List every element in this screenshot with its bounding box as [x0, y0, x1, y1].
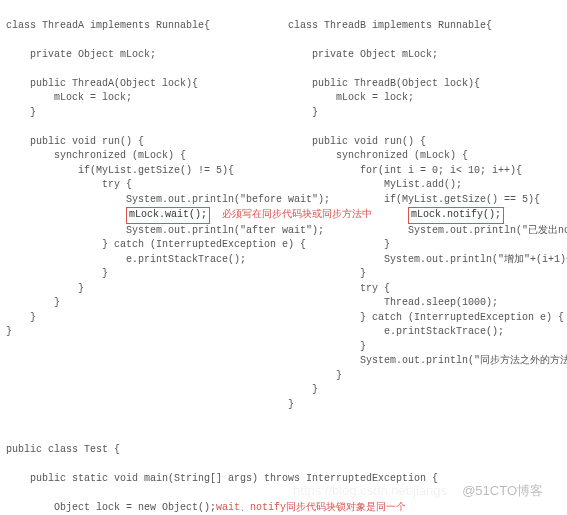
code-bottom-section: public class Test { public static void m…: [0, 429, 567, 516]
code-line: }: [288, 341, 366, 352]
watermark-faint: https://blog.csdn.net/jiangs: [293, 482, 447, 501]
code-line: synchronized (mLock) {: [6, 150, 186, 161]
code-line: }: [288, 268, 366, 279]
code-line: }: [288, 239, 390, 250]
code-line: public void run() {: [288, 136, 426, 147]
code-line: synchronized (mLock) {: [288, 150, 468, 161]
code-line: mLock = lock;: [288, 92, 414, 103]
code-line: System.out.println("同步方法之外的方法");: [288, 355, 567, 366]
code-line: System.out.println("before wait");: [6, 194, 330, 205]
code-line: System.out.println("已发出notify通知");: [288, 225, 567, 236]
code-line: }: [6, 297, 60, 308]
code-line: System.out.println("增加"+(i+1)+"条数据");: [288, 254, 567, 265]
code-line: } catch (InterruptedException e) {: [6, 239, 306, 250]
code-line: public ThreadA(Object lock){: [6, 78, 198, 89]
highlight-wait-call: mLock.wait();: [126, 207, 210, 224]
code-line: public void run() {: [6, 136, 144, 147]
code-column-left: class ThreadA implements Runnable{ priva…: [6, 4, 288, 427]
code-line: class ThreadA implements Runnable{: [6, 20, 210, 31]
code-line: e.printStackTrace();: [6, 254, 246, 265]
code-line: } catch (InterruptedException e) {: [288, 312, 564, 323]
code-line: }: [6, 326, 12, 337]
code-line: for(int i = 0; i< 10; i++){: [288, 165, 522, 176]
code-line: if(MyList.getSize() == 5){: [288, 194, 540, 205]
code-line: Object lock = new Object();: [6, 502, 216, 513]
code-line: public class Test {: [6, 444, 120, 455]
code-line: try {: [6, 179, 132, 190]
code-line: }: [6, 268, 108, 279]
code-line: }: [6, 107, 36, 118]
code-line: }: [288, 370, 342, 381]
code-column-right: class ThreadB implements Runnable{ priva…: [288, 4, 567, 427]
highlight-notify-call: mLock.notify();: [408, 207, 504, 224]
code-line: e.printStackTrace();: [288, 326, 504, 337]
code-line: public ThreadB(Object lock){: [288, 78, 480, 89]
code-line: }: [6, 312, 36, 323]
code-line: }: [6, 283, 84, 294]
code-line: System.out.println("after wait");: [6, 225, 324, 236]
annotation-lock: wait、notify同步代码块锁对象是同一个: [216, 502, 406, 513]
code-line: try {: [288, 283, 390, 294]
code-line: class ThreadB implements Runnable{: [288, 20, 492, 31]
code-line: private Object mLock;: [288, 49, 438, 60]
code-line: }: [288, 384, 318, 395]
code-line: mLock = lock;: [6, 92, 132, 103]
code-line: }: [288, 399, 294, 410]
code-line: if(MyList.getSize() != 5){: [6, 165, 234, 176]
code-line: private Object mLock;: [6, 49, 156, 60]
code-line: MyList.add();: [288, 179, 462, 190]
watermark: @51CTO博客: [462, 482, 543, 501]
code-line: }: [288, 107, 318, 118]
code-line: Thread.sleep(1000);: [288, 297, 498, 308]
